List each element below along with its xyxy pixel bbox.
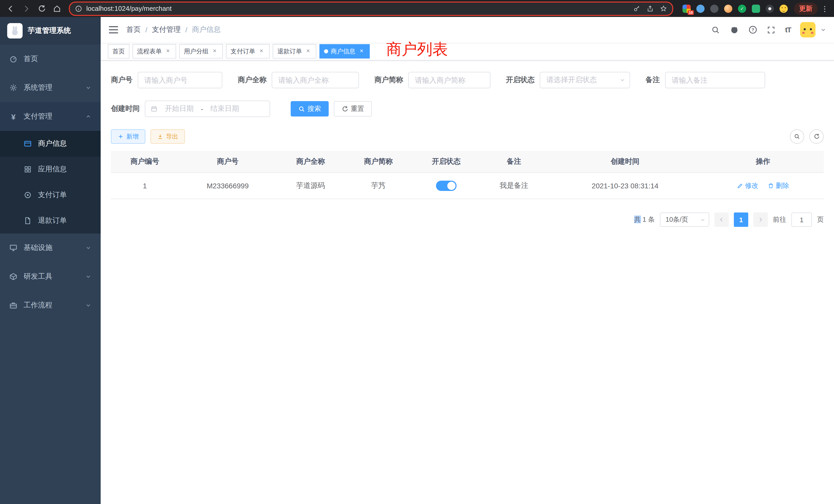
- extension-icon-5[interactable]: [738, 4, 746, 13]
- password-key-icon[interactable]: [633, 5, 640, 12]
- sidebar-toggle-icon[interactable]: [109, 26, 118, 33]
- tag-label: 支付订单: [231, 47, 255, 56]
- add-button[interactable]: 新增: [111, 129, 145, 144]
- add-button-label: 新增: [126, 132, 139, 141]
- extension-icon-3[interactable]: [710, 4, 719, 13]
- extension-icon-2[interactable]: [696, 4, 705, 13]
- tag-merchant-info[interactable]: 商户信息×: [320, 44, 370, 59]
- col-short-name: 商户简称: [345, 151, 412, 173]
- refresh-button[interactable]: [809, 129, 824, 144]
- sidebar-item-workflow[interactable]: 工作流程: [0, 291, 101, 320]
- extension-icon-4[interactable]: [724, 4, 732, 13]
- remark-input[interactable]: [665, 72, 765, 88]
- menu-label: 商户信息: [38, 139, 67, 148]
- page-size-value: 10条/页: [665, 215, 688, 224]
- status-toggle[interactable]: [436, 181, 457, 191]
- grid-icon: [24, 165, 32, 174]
- browser-menu-icon[interactable]: ⋮: [820, 4, 830, 13]
- tag-pay-order[interactable]: 支付订单×: [226, 44, 270, 59]
- merchant-no-input[interactable]: [138, 72, 222, 88]
- forward-icon[interactable]: [20, 2, 33, 15]
- tag-label: 用户分组: [184, 47, 208, 56]
- chevron-up-icon: [85, 113, 91, 120]
- goto-unit: 页: [817, 215, 824, 224]
- sidebar-item-payment[interactable]: ¥ 支付管理: [0, 102, 101, 131]
- delete-icon: [768, 183, 774, 189]
- extension-icon-1[interactable]: 10: [682, 4, 691, 13]
- col-create-time: 创建时间: [548, 151, 702, 173]
- search-button-label: 搜索: [308, 104, 321, 113]
- menu-label: 工作流程: [24, 301, 52, 310]
- full-name-input[interactable]: [272, 72, 359, 88]
- label-create-time: 创建时间: [111, 104, 140, 113]
- status-select[interactable]: 请选择开启状态: [540, 72, 630, 88]
- sidebar-item-infrastructure[interactable]: 基础设施: [0, 233, 101, 262]
- sidebar-item-refund-order[interactable]: 退款订单: [0, 208, 101, 233]
- edit-icon: [737, 183, 743, 189]
- header-search-icon[interactable]: [711, 25, 721, 35]
- export-button[interactable]: 导出: [151, 129, 185, 144]
- sidebar-item-home[interactable]: 首页: [0, 45, 101, 73]
- sidebar-item-devtools[interactable]: 研发工具: [0, 262, 101, 291]
- search-button[interactable]: 搜索: [291, 101, 329, 116]
- next-page-button[interactable]: [753, 212, 768, 227]
- help-icon[interactable]: ?: [748, 25, 758, 35]
- calendar-icon: [151, 105, 158, 112]
- fullscreen-icon[interactable]: [767, 25, 776, 35]
- sidebar-item-merchant-info[interactable]: 商户信息: [0, 131, 101, 157]
- chevron-down-icon: [85, 85, 91, 91]
- tag-home[interactable]: 首页: [108, 44, 129, 59]
- edit-link[interactable]: 修改: [737, 181, 759, 190]
- tag-process-form[interactable]: 流程表单×: [132, 44, 176, 59]
- close-icon[interactable]: ×: [211, 48, 218, 55]
- breadcrumb-payment[interactable]: 支付管理: [152, 25, 181, 35]
- delete-link[interactable]: 删除: [768, 181, 789, 190]
- extension-icon-7[interactable]: [766, 4, 774, 13]
- url-bar[interactable]: localhost:1024/pay/merchant: [69, 1, 673, 16]
- sidebar-item-system[interactable]: 系统管理: [0, 73, 101, 102]
- site-info-icon[interactable]: [75, 5, 82, 12]
- form-item-status: 开启状态 请选择开启状态: [506, 72, 630, 88]
- toggle-search-button[interactable]: [790, 129, 804, 144]
- github-icon[interactable]: [730, 25, 739, 35]
- payment-submenu: 商户信息 应用信息 支付订单: [0, 131, 101, 233]
- col-actions: 操作: [702, 151, 824, 173]
- close-icon[interactable]: ×: [164, 48, 172, 55]
- cell-merchant-no: M233666999: [179, 173, 277, 199]
- form-item-merchant-no: 商户号: [111, 72, 222, 88]
- chevron-down-icon: [85, 302, 91, 308]
- browser-update-button[interactable]: 更新: [794, 2, 817, 15]
- page-size-select[interactable]: 10条/页: [660, 212, 709, 227]
- app-title: 芋道管理系统: [28, 26, 71, 36]
- goto-page-input[interactable]: [791, 212, 812, 227]
- close-icon[interactable]: ×: [258, 48, 265, 55]
- reload-icon[interactable]: [35, 2, 48, 15]
- breadcrumb-home[interactable]: 首页: [126, 25, 141, 35]
- close-icon[interactable]: ×: [305, 48, 312, 55]
- cell-status: [412, 173, 480, 199]
- col-merchant-id: 商户编号: [111, 151, 179, 173]
- label-full-name: 商户全称: [238, 75, 266, 85]
- caret-down-icon[interactable]: [821, 27, 826, 32]
- tag-label: 流程表单: [137, 47, 162, 56]
- user-avatar[interactable]: [800, 22, 815, 38]
- pagination-total: 共 1 条: [634, 215, 655, 224]
- date-range-picker[interactable]: 开始日期 - 结束日期: [145, 100, 270, 117]
- prev-page-button[interactable]: [714, 212, 729, 227]
- reset-button[interactable]: 重置: [334, 101, 372, 116]
- extension-icon-8[interactable]: [780, 4, 788, 13]
- short-name-input[interactable]: [408, 72, 490, 88]
- app-logo[interactable]: 芋道管理系统: [0, 17, 101, 45]
- tag-refund-order[interactable]: 退款订单×: [273, 44, 316, 59]
- share-icon[interactable]: [646, 5, 654, 12]
- back-icon[interactable]: [4, 2, 18, 15]
- bookmark-star-icon[interactable]: [660, 5, 667, 12]
- sidebar-item-pay-order[interactable]: 支付订单: [0, 182, 101, 208]
- page-number-1[interactable]: 1: [734, 212, 748, 227]
- extension-icon-6[interactable]: [752, 4, 760, 13]
- font-size-icon[interactable]: tT: [785, 26, 791, 34]
- home-icon[interactable]: [50, 2, 64, 15]
- tag-user-group[interactable]: 用户分组×: [179, 44, 223, 59]
- sidebar-item-app-info[interactable]: 应用信息: [0, 157, 101, 182]
- close-icon[interactable]: ×: [358, 48, 365, 55]
